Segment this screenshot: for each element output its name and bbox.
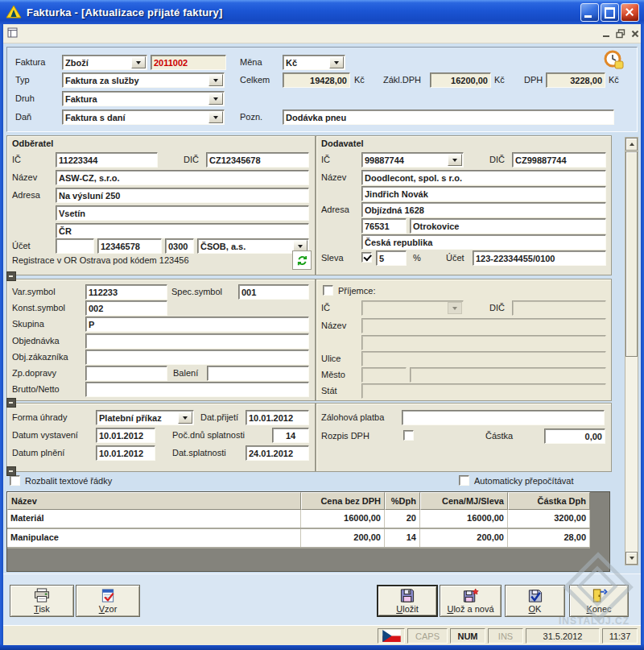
- chevron-down-icon[interactable]: [208, 93, 223, 105]
- sleva-field[interactable]: 5: [376, 250, 407, 266]
- table-row[interactable]: Manipulace 200,00 14 200,00 28,00: [7, 529, 590, 549]
- collapse-toggle[interactable]: [6, 466, 16, 476]
- dodavatel-psc-field[interactable]: 76531: [361, 218, 407, 234]
- typ-combo[interactable]: Faktura za služby: [62, 72, 225, 88]
- odberatel-adresa3-field[interactable]: ČR: [56, 223, 309, 238]
- celkem-unit: Kč: [354, 75, 365, 85]
- odberatel-dic-field[interactable]: CZ12345678: [206, 152, 309, 168]
- chevron-down-icon[interactable]: [448, 154, 462, 166]
- dodavatel-dic-field[interactable]: CZ99887744: [512, 152, 606, 168]
- zp-dopravy-label: Zp.dopravy: [12, 368, 56, 378]
- form-icon[interactable]: [7, 27, 19, 39]
- language-flag[interactable]: [378, 628, 405, 644]
- odberatel-adresa2-field[interactable]: Vsetín: [56, 205, 309, 221]
- rozpis-dph-checkbox[interactable]: [403, 430, 414, 441]
- chevron-down-icon[interactable]: [208, 74, 223, 86]
- auto-prepocitavat-checkbox[interactable]: [459, 475, 469, 486]
- col-header-cena-mj[interactable]: Cena/MJ/Sleva: [420, 492, 508, 510]
- chevron-down-icon[interactable]: [208, 111, 223, 123]
- dodavatel-nazev-field[interactable]: Doodlecont, spol. s r.o.: [361, 170, 606, 185]
- vertical-scrollbar[interactable]: [625, 137, 638, 565]
- odberatel-nazev-field[interactable]: ASW-CZ, s.r.o.: [56, 170, 309, 185]
- scrollbar-thumb[interactable]: [625, 151, 638, 357]
- clock-icon[interactable]: [603, 49, 625, 71]
- dodavatel-ucet-field[interactable]: 123-22334455/0100: [473, 250, 606, 266]
- chevron-down-icon[interactable]: [131, 56, 146, 68]
- dph-label: DPH: [524, 75, 543, 85]
- pozn-field[interactable]: Dodávka pneu: [283, 110, 614, 125]
- ulozit-button[interactable]: Uložit: [377, 585, 438, 617]
- datum-vystaveni-field[interactable]: 10.01.2012: [96, 428, 155, 443]
- title-bar: Fakturka - [Aktualizace přijaté faktury]: [0, 0, 644, 24]
- mdi-restore-button[interactable]: [613, 27, 627, 39]
- dodavatel-ulice-field[interactable]: Objízdná 1628: [361, 202, 606, 217]
- collapse-toggle[interactable]: [6, 398, 16, 408]
- forma-uhrady-combo[interactable]: Platební příkaz: [96, 410, 194, 425]
- scroll-up-icon: [630, 143, 634, 146]
- poc-dnu-field[interactable]: 14: [272, 428, 309, 443]
- odberatel-ucet-kod-field[interactable]: 0300: [165, 238, 194, 254]
- table-row[interactable]: Materiál 16000,00 20 16000,00 3200,00: [7, 510, 590, 529]
- baleni-field[interactable]: [207, 366, 309, 381]
- refresh-button[interactable]: [292, 250, 312, 270]
- dat-splatnosti-label: Dat.splatnosti: [172, 448, 226, 457]
- obj-zakaznika-label: Obj.zákazníka: [12, 352, 68, 362]
- dat-splatnosti-field[interactable]: 24.01.2012: [246, 445, 309, 461]
- invoice-number-field[interactable]: 2011002: [151, 55, 226, 70]
- odberatel-ucet-prefix-field[interactable]: [56, 238, 94, 254]
- collapse-toggle[interactable]: [6, 271, 16, 281]
- objednavka-field[interactable]: [85, 333, 309, 349]
- druh-combo[interactable]: Faktura: [62, 91, 225, 106]
- zalohova-platba-field[interactable]: [402, 410, 605, 425]
- vzor-button[interactable]: Vzor: [76, 585, 140, 617]
- dan-combo[interactable]: Faktura s daní: [62, 110, 225, 125]
- konec-button[interactable]: Konec: [569, 585, 629, 617]
- chevron-down-icon[interactable]: [178, 412, 192, 424]
- odberatel-adresa1-field[interactable]: Na výsluní 250: [56, 188, 309, 203]
- faktura-type-combo[interactable]: Zboží: [62, 55, 147, 70]
- rozpis-dph-label: Rozpis DPH: [321, 431, 369, 441]
- brutto-netto-field[interactable]: [85, 382, 309, 397]
- mdi-restore-icon: [616, 29, 625, 39]
- odberatel-ucet-cislo-field[interactable]: 12346578: [97, 238, 162, 254]
- var-symbol-field[interactable]: 112233: [85, 284, 167, 300]
- castka-field[interactable]: 0,00: [544, 429, 605, 444]
- dic-label: DIČ: [184, 155, 199, 164]
- minimize-button[interactable]: [580, 3, 599, 22]
- tisk-button[interactable]: Tisk: [10, 585, 74, 617]
- mdi-minimize-button[interactable]: [599, 27, 613, 39]
- dodavatel-ic-combo[interactable]: 99887744: [361, 152, 464, 168]
- uloz-a-nova-button[interactable]: Ulož a nová: [440, 585, 502, 617]
- czech-flag-icon: [382, 630, 402, 642]
- mena-combo[interactable]: Kč: [283, 55, 345, 70]
- col-header-dph-pct[interactable]: %Dph: [385, 492, 420, 510]
- mdi-close-button[interactable]: [628, 27, 642, 39]
- dodavatel-stat-field[interactable]: Česká republika: [361, 234, 606, 250]
- close-button[interactable]: [621, 3, 639, 22]
- col-header-nazev[interactable]: Název: [7, 492, 301, 510]
- col-header-castka-dph[interactable]: Částka Dph: [508, 492, 590, 510]
- obj-zakaznika-field[interactable]: [85, 350, 309, 365]
- dodavatel-kontakt-field[interactable]: Jindřich Novák: [361, 186, 606, 201]
- scroll-up-button[interactable]: [625, 138, 638, 151]
- konst-symbol-field[interactable]: 002: [85, 300, 167, 316]
- zp-dopravy-field[interactable]: [85, 366, 167, 381]
- skupina-field[interactable]: P: [85, 317, 309, 332]
- sleva-checkbox[interactable]: [361, 252, 372, 263]
- dodavatel-mesto-field[interactable]: Otrokovice: [410, 218, 606, 234]
- items-table: Název Cena bez DPH %Dph Cena/MJ/Sleva Čá…: [6, 491, 610, 572]
- var-symbol-label: Var.symbol: [12, 287, 56, 296]
- maximize-button[interactable]: [601, 3, 619, 22]
- chevron-down-icon[interactable]: [329, 56, 344, 68]
- rozbalit-radky-checkbox[interactable]: [10, 475, 20, 486]
- spec-symbol-field[interactable]: 001: [238, 284, 309, 300]
- col-header-cena-bez-dph[interactable]: Cena bez DPH: [301, 492, 385, 510]
- dat-prijeti-field[interactable]: 10.01.2012: [246, 410, 309, 425]
- odberatel-ic-field[interactable]: 11223344: [56, 152, 158, 168]
- skupina-label: Skupina: [12, 319, 44, 329]
- datum-plneni-field[interactable]: 10.01.2012: [96, 445, 155, 461]
- scroll-down-button[interactable]: [625, 552, 638, 565]
- refresh-icon: [296, 255, 308, 267]
- prijemce-checkbox[interactable]: [323, 285, 333, 296]
- ok-button[interactable]: OK: [505, 585, 565, 617]
